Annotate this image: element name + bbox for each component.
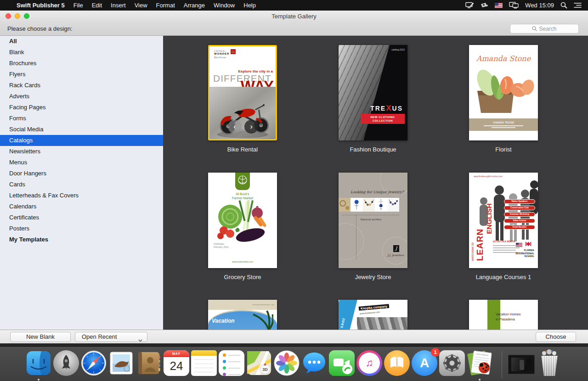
search-input[interactable]: Search (510, 24, 579, 34)
knopka-company: Knopka company (359, 304, 390, 311)
ibooks-dock-icon[interactable] (384, 350, 410, 376)
footer-bar: New Blank Open Recent Choose (0, 330, 588, 343)
launchpad-dock-icon[interactable] (53, 350, 79, 376)
sidebar-item-certificates[interactable]: Certificates (0, 212, 163, 223)
category-sidebar: All Blank Brochures Flyers Rack Cards Ad… (0, 36, 163, 330)
template-florist[interactable]: Amanda Stone master florist (469, 45, 538, 140)
sidebar-item-my-templates[interactable]: My Templates (0, 234, 163, 245)
template-grocery-store[interactable]: At Buck's Farmer Market Catalogue, Febru… (208, 173, 277, 268)
menu-edit[interactable]: Edit (92, 2, 102, 9)
sidebar-item-facing-pages[interactable]: Facing Pages (0, 102, 163, 113)
menu-arrange[interactable]: Arrange (184, 2, 205, 9)
system-preferences-dock-icon[interactable] (439, 350, 465, 376)
notes-dock-icon[interactable] (191, 350, 217, 376)
template-jewelry-store[interactable]: Looking for Unique Jewelry? Diamonds and… (339, 173, 407, 268)
template-vacation-partial[interactable]: www.pasadenahomes.com Vacation (208, 300, 277, 330)
sidebar-item-blank[interactable]: Blank (0, 47, 163, 58)
facetime-dock-icon[interactable] (329, 350, 355, 376)
gallery-toolbar: Please choose a design: Search (0, 22, 588, 36)
appstore-dock-icon[interactable]: A 1 (412, 350, 437, 376)
finder-dock-icon[interactable] (26, 350, 51, 376)
close-button[interactable] (6, 13, 11, 19)
reminders-dock-icon[interactable] (219, 350, 244, 376)
sidebar-item-all[interactable]: All (0, 36, 163, 47)
sidebar-item-forms[interactable]: Forms (0, 113, 163, 124)
new-blank-button[interactable]: New Blank (10, 332, 71, 342)
photos-dock-icon[interactable] (274, 350, 300, 376)
camera-status-icon[interactable] (481, 2, 488, 9)
contacts-dock-icon[interactable] (136, 350, 162, 376)
trash-dock-icon[interactable] (537, 350, 562, 376)
menu-bar: Swift Publisher 5 File Edit Insert View … (0, 0, 588, 11)
knopka-url: www.knopkacorp.com (360, 311, 380, 315)
fashion-brand: TREXUS (370, 104, 403, 113)
sidebar-item-adverts[interactable]: Adverts (0, 91, 163, 102)
template-fashion-boutique[interactable]: catalog 2012 TREXUS NEW CLOTHING COLLECT… (339, 45, 407, 140)
itunes-dock-icon[interactable]: ♫ (356, 350, 382, 376)
menu-window[interactable]: Window (214, 2, 235, 9)
input-source-flag-icon[interactable] (495, 3, 503, 8)
sidebar-item-flyers[interactable]: Flyers (0, 69, 163, 80)
knopka-photo (357, 317, 407, 330)
notification-center-icon[interactable] (574, 2, 582, 8)
displays-status-icon[interactable] (509, 2, 519, 9)
jewelry-subtitle: Diamonds and More (361, 218, 381, 221)
sidebar-item-letterheads[interactable]: Letterheads & Fax Covers (0, 190, 163, 201)
sidebar-item-calendars[interactable]: Calendars (0, 201, 163, 212)
sidebar-item-door-hangers[interactable]: Door Hangers (0, 168, 163, 179)
swift-publisher-dock-icon[interactable]: Swift Publisher (467, 350, 492, 376)
calendar-dock-icon[interactable]: MAY 24 (164, 350, 189, 376)
menu-view[interactable]: View (135, 2, 147, 9)
us-flag-icon (516, 241, 522, 245)
uk-flag-icon (525, 240, 531, 244)
menu-insert[interactable]: Insert (111, 2, 126, 9)
template-label-fashion-boutique: Fashion Boutique (320, 146, 426, 153)
sidebar-item-rack-cards[interactable]: Rack Cards (0, 80, 163, 91)
sidebar-item-posters[interactable]: Posters (0, 223, 163, 234)
sidebar-item-newsletters[interactable]: Newsletters (0, 146, 163, 157)
choose-design-prompt: Please choose a design: (7, 25, 73, 32)
messages-dock-icon[interactable] (301, 350, 327, 376)
template-bike-rental[interactable]: 2WHEEL WONDER Bike Rental 🚲 Explore the … (208, 45, 277, 140)
motorcycle-photo (209, 87, 276, 139)
spotlight-icon[interactable] (560, 2, 567, 9)
menu-file[interactable]: File (74, 2, 83, 9)
template-next-arrow[interactable]: › (244, 120, 258, 134)
grocery-store-name: At Buck's Farmer Market (208, 192, 277, 200)
open-recent-dropdown[interactable]: Open Recent (75, 332, 147, 342)
app-menu-title[interactable]: Swift Publisher 5 (17, 2, 65, 9)
template-knopka-partial[interactable]: nt cent Knopka company www.knopkacorp.co… (339, 300, 407, 330)
minimized-window-thumbnail[interactable] (508, 350, 534, 376)
dock: MAY 24 3D (0, 347, 588, 381)
safari-dock-icon[interactable] (81, 350, 107, 376)
sidebar-item-social-media[interactable]: Social Media (0, 124, 163, 135)
vegetables-photo (213, 200, 272, 242)
vacation-homes-title: Vacation Homes in Pasadena (496, 312, 520, 322)
sidebar-item-menus[interactable]: Menus (0, 157, 163, 168)
mail-dock-icon[interactable] (108, 350, 134, 376)
vacation-url: www.pasadenahomes.com (252, 303, 274, 306)
dotted-divider (356, 215, 356, 259)
window-title: Template Gallery (0, 11, 588, 22)
menu-help[interactable]: Help (243, 2, 256, 9)
calendar-day: 24 (164, 357, 189, 375)
menu-clock[interactable]: Wed 15:09 (525, 2, 554, 9)
template-label-grocery-store: Grocery Store (190, 274, 295, 280)
florist-band: master florist (469, 118, 538, 131)
sidebar-item-cards[interactable]: Cards (0, 179, 163, 190)
maps-dock-icon[interactable]: 3D (246, 350, 272, 376)
language-badge: Video Course (504, 219, 535, 223)
zoom-button[interactable] (24, 13, 29, 19)
sidebar-item-brochures[interactable]: Brochures (0, 58, 163, 69)
template-label-florist: Florist (451, 146, 556, 153)
menu-format[interactable]: Format (156, 2, 175, 9)
sidebar-item-catalogs[interactable]: Catalogs (0, 135, 163, 146)
school-name: FLORIDA INTERNATIONAL SCHOOL (516, 249, 534, 258)
template-prev-arrow[interactable]: ‹ (228, 120, 242, 134)
minimize-button[interactable] (15, 13, 20, 19)
remote-display-icon[interactable] (465, 2, 474, 9)
template-language-courses[interactable]: www.florida-english-school.com welcome t… (469, 173, 538, 268)
choose-button[interactable]: Choose (536, 332, 576, 342)
jewelry-photo-strip (339, 198, 399, 212)
template-vacation-homes-partial[interactable]: Vacation Homes in Pasadena (469, 300, 538, 330)
